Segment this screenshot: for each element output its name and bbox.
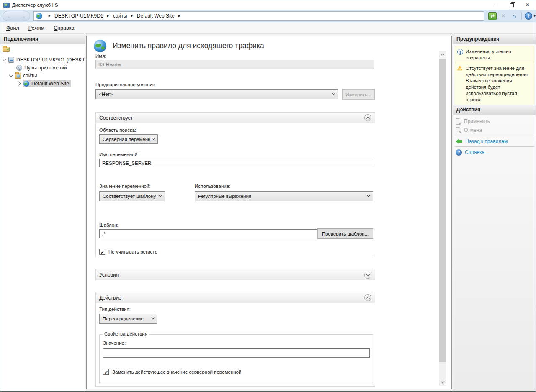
match-section-header: Соответствует (96, 113, 375, 123)
action-properties-legend: Свойства действия (103, 331, 149, 336)
back-to-rules-link[interactable]: Назад к правилам (456, 137, 508, 146)
apply-icon: ✓ (456, 118, 461, 125)
chevron-down-icon (366, 272, 370, 276)
warning-icon: ⚠ (457, 65, 464, 103)
conditions-section-header: Условия (96, 269, 375, 280)
main-content: Изменить правило для исходящего трафика … (86, 36, 452, 389)
scroll-up-button[interactable] (439, 51, 446, 58)
scope-select[interactable]: Серверная переменн (99, 134, 158, 144)
sites-folder-icon (15, 73, 21, 79)
connections-tree: DESKTOP-U1MK9D1 (DESKTOP Пулы приложений… (0, 54, 85, 87)
menu-help[interactable]: Справка (49, 25, 79, 31)
match-section: Соответствует Область поиска: Серверная … (95, 112, 375, 257)
save-connection-icon[interactable] (3, 47, 10, 52)
scroll-down-button[interactable] (439, 379, 446, 386)
expand-button[interactable] (364, 272, 371, 279)
actions-header: Действия (453, 105, 536, 115)
replace-value-checkbox[interactable]: ✓ (103, 369, 109, 375)
conditions-section: Условия (95, 269, 375, 280)
tree-item-sites[interactable]: сайты (0, 72, 85, 79)
scope-label: Область поиска: (99, 128, 136, 133)
help-dropdown-icon[interactable]: ▾ (534, 14, 536, 18)
restore-button[interactable] (504, 0, 520, 10)
app-pools-icon (16, 65, 22, 71)
chevron-down-icon (441, 380, 444, 383)
chevron-up-icon (366, 117, 370, 120)
title-bar: Диспетчер служб IIS — ✕ (0, 0, 536, 10)
chevron-up-icon (441, 54, 444, 57)
chevron-down-icon (332, 91, 335, 95)
page-title: Изменить правило для исходящего трафика (113, 41, 264, 50)
name-input (95, 60, 374, 69)
action-value-label: Значение: (103, 341, 126, 346)
back-button[interactable]: ← (7, 13, 12, 19)
close-button[interactable]: ✕ (520, 0, 536, 10)
replace-value-label: Заменить действующее значение серверной … (112, 369, 241, 374)
connections-header: Подключения (0, 34, 85, 44)
breadcrumb-site[interactable]: Default Web Site (137, 13, 175, 19)
server-icon (8, 57, 14, 63)
chevron-down-icon (159, 193, 162, 197)
chevron-down-icon[interactable] (9, 73, 13, 77)
selected-tree-item[interactable]: Default Web Site (23, 80, 71, 87)
collapse-button[interactable] (364, 114, 371, 121)
restore-icon (510, 3, 514, 7)
breadcrumb[interactable]: ▶ DESKTOP-U1MK9D1 ▶ сайты ▶ Default Web … (34, 11, 484, 21)
address-bar: ← → ▶ DESKTOP-U1MK9D1 ▶ сайты ▶ Default … (0, 10, 536, 22)
menu-view[interactable]: Режим (24, 25, 49, 31)
crumb-arrow-icon: ▶ (178, 14, 180, 18)
crumb-arrow-icon: ▶ (49, 14, 51, 18)
actions-separator (455, 136, 534, 136)
breadcrumb-sites[interactable]: сайты (113, 13, 127, 19)
rule-globe-icon (94, 40, 106, 52)
help-icon[interactable]: ? (525, 12, 532, 20)
right-panel: Предупреждения i Изменения успешно сохра… (453, 34, 536, 392)
vertical-scrollbar[interactable] (439, 51, 446, 386)
pattern-input[interactable] (99, 229, 317, 238)
check-icon: ✓ (100, 251, 104, 254)
collapse-button[interactable] (364, 294, 371, 301)
restart-icon[interactable]: ⇄ (488, 12, 497, 20)
minimize-button[interactable]: — (488, 0, 504, 10)
check-icon: ✓ (104, 371, 108, 374)
site-globe-icon (36, 13, 42, 19)
connections-panel: Подключения DESKTOP-U1MK9D1 (DESKTOP Пул… (0, 34, 85, 392)
action-type-select[interactable]: Переопределение (99, 314, 157, 324)
stop-icon: ✕ (500, 12, 507, 20)
variable-value-select[interactable]: Соответствует шаблону (99, 191, 165, 201)
tree-item-app-pools[interactable]: Пулы приложений (0, 64, 85, 72)
menu-file[interactable]: Файл (0, 25, 24, 31)
help-link[interactable]: ? Справка (456, 148, 484, 156)
info-icon: i (457, 49, 463, 55)
precondition-select[interactable]: <Нет> (95, 89, 338, 99)
chevron-right-icon[interactable] (17, 82, 21, 86)
action-section: Действие Тип действия: Переопределение С… (95, 292, 375, 387)
home-icon[interactable]: ⌂ (510, 12, 518, 20)
ignore-case-label: Не учитывать регистр (108, 249, 157, 254)
action-type-label: Тип действия: (99, 307, 131, 312)
toolbar-separator (521, 12, 522, 20)
scrollbar-thumb[interactable] (439, 59, 446, 362)
ignore-case-checkbox[interactable]: ✓ (99, 249, 105, 255)
cancel-icon: ✕ (456, 127, 461, 133)
tree-item-server[interactable]: DESKTOP-U1MK9D1 (DESKTOP (0, 56, 85, 64)
tree-item-default-web-site[interactable]: Default Web Site (0, 79, 85, 87)
using-select[interactable]: Регулярные выражения (195, 191, 373, 201)
variable-name-input[interactable] (99, 159, 373, 167)
back-arrow-icon (456, 139, 462, 144)
chevron-up-icon (366, 297, 370, 300)
alert-info: i Изменения успешно сохранены. (455, 46, 534, 64)
name-label: Имя: (95, 54, 106, 59)
forward-button[interactable]: → (20, 13, 26, 19)
chevron-down-icon[interactable] (3, 57, 7, 61)
toolbar-separator (13, 46, 13, 53)
actions-separator (455, 146, 534, 147)
action-properties-group: Свойства действия Значение: ✓ Заменить д… (99, 334, 373, 383)
action-section-header: Действие (96, 292, 375, 303)
variable-value-label: Значение переменной: (99, 184, 151, 189)
breadcrumb-server[interactable]: DESKTOP-U1MK9D1 (54, 13, 103, 19)
test-pattern-button[interactable]: Проверить шаблон... (317, 228, 373, 239)
help-icon: ? (456, 149, 462, 156)
crumb-arrow-icon: ▶ (107, 14, 109, 18)
action-value-input[interactable] (103, 348, 370, 358)
